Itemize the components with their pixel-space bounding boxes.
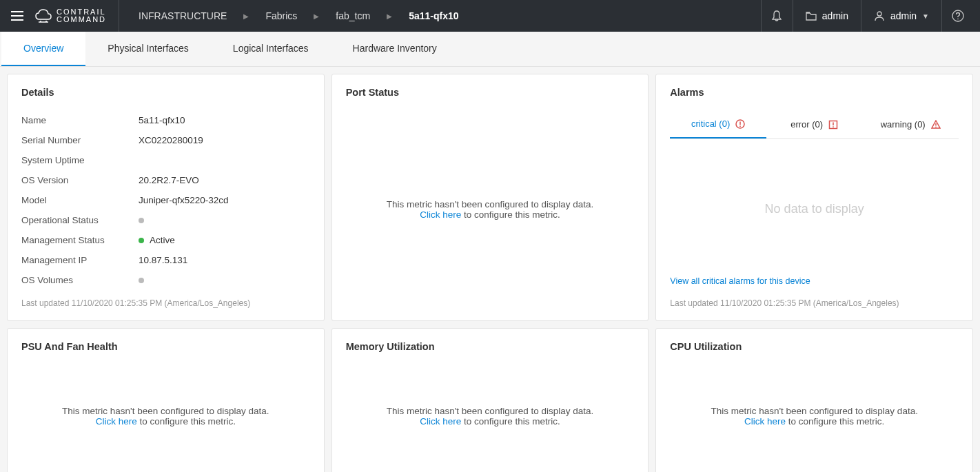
hamburger-icon: [11, 11, 23, 21]
detail-row: OS Volumes: [21, 270, 310, 290]
port-status-title: Port Status: [346, 87, 635, 98]
warning-icon: [931, 120, 941, 130]
detail-row: System Uptime: [21, 150, 310, 170]
bell-icon: [770, 10, 783, 22]
breadcrumb-current: 5a11-qfx10: [409, 10, 458, 21]
logo-text-bottom: COMMAND: [57, 16, 106, 23]
tab-hardware-inventory[interactable]: Hardware Inventory: [331, 32, 459, 66]
details-last-updated: Last updated 11/10/2020 01:25:35 PM (Ame…: [21, 290, 310, 308]
detail-row: Operational Status: [21, 210, 310, 230]
metric-msg: This metric hasn't been configured to di…: [711, 406, 918, 416]
status-dot: [139, 278, 144, 283]
alarms-body: No data to display: [670, 146, 959, 272]
psu-empty: This metric hasn't been configured to di…: [21, 365, 310, 468]
metric-msg: This metric hasn't been configured to di…: [387, 199, 594, 209]
detail-row: Serial NumberXC0220280019: [21, 130, 310, 150]
view-all-alarms-link[interactable]: View all critical alarms for this device: [670, 272, 959, 290]
detail-row: ModelJuniper-qfx5220-32cd: [21, 190, 310, 210]
critical-icon: [735, 119, 745, 129]
psu-title: PSU And Fan Health: [21, 341, 310, 352]
svg-point-10: [935, 126, 937, 127]
cpu-card: CPU Utilization This metric hasn't been …: [655, 328, 973, 472]
alarm-tabs: critical (0) error (0) warning (0): [670, 110, 959, 139]
breadcrumb-fab[interactable]: fab_tcm: [336, 10, 370, 21]
alarm-tab-warning[interactable]: warning (0): [862, 110, 959, 138]
user-icon: [874, 10, 885, 21]
psu-card: PSU And Fan Health This metric hasn't be…: [7, 328, 325, 472]
metric-msg: This metric hasn't been configured to di…: [387, 406, 594, 416]
user-name: admin: [890, 10, 917, 21]
port-status-empty: This metric hasn't been configured to di…: [346, 110, 635, 308]
tenant-selector[interactable]: admin: [793, 0, 861, 32]
breadcrumb-infrastructure[interactable]: INFRASTRUCTURE: [139, 10, 227, 21]
detail-row: Management IP10.87.5.131: [21, 250, 310, 270]
status-dot: [139, 218, 144, 223]
metric-msg: This metric hasn't been configured to di…: [62, 406, 269, 416]
alarm-tab-critical[interactable]: critical (0): [670, 110, 766, 138]
memory-card: Memory Utilization This metric hasn't be…: [331, 328, 649, 472]
svg-point-2: [957, 19, 959, 20]
alarms-last-updated: Last updated 11/10/2020 01:25:35 PM (Ame…: [670, 290, 959, 308]
user-menu[interactable]: admin ▼: [861, 0, 941, 32]
tab-physical-interfaces[interactable]: Physical Interfaces: [85, 32, 211, 66]
details-title: Details: [21, 87, 310, 98]
breadcrumb: INFRASTRUCTURE ▶ Fabrics ▶ fab_tcm ▶ 5a1…: [119, 10, 458, 21]
tenant-name: admin: [822, 10, 848, 21]
chevron-down-icon: ▼: [922, 12, 929, 20]
configure-link[interactable]: Click here: [420, 416, 461, 427]
cpu-empty: This metric hasn't been configured to di…: [670, 365, 959, 468]
help-button[interactable]: [941, 0, 973, 32]
chevron-right-icon: ▶: [314, 12, 319, 20]
header-right: admin admin ▼: [761, 0, 973, 32]
port-status-card: Port Status This metric hasn't been conf…: [331, 74, 649, 321]
configure-link[interactable]: Click here: [420, 209, 461, 220]
status-dot: [139, 238, 144, 243]
detail-row: Management StatusActive: [21, 230, 310, 250]
overview-grid: Details Name5a11-qfx10 Serial NumberXC02…: [0, 67, 980, 472]
device-tabs: Overview Physical Interfaces Logical Int…: [0, 32, 980, 67]
svg-point-5: [739, 125, 741, 127]
folder-icon: [806, 10, 817, 21]
error-icon: [828, 120, 838, 130]
cloud-icon: [34, 8, 52, 23]
top-header: CONTRAIL COMMAND INFRASTRUCTURE ▶ Fabric…: [0, 0, 980, 32]
details-card: Details Name5a11-qfx10 Serial NumberXC02…: [7, 74, 325, 321]
detail-row: Name5a11-qfx10: [21, 110, 310, 130]
alarms-card: Alarms critical (0) error (0) warning (0…: [655, 74, 973, 321]
configure-link[interactable]: Click here: [96, 416, 137, 427]
details-body: Name5a11-qfx10 Serial NumberXC0220280019…: [21, 110, 310, 290]
svg-point-8: [833, 126, 834, 127]
product-logo[interactable]: CONTRAIL COMMAND: [28, 0, 119, 32]
help-icon: [952, 10, 964, 22]
alarms-title: Alarms: [670, 87, 959, 98]
memory-title: Memory Utilization: [346, 341, 635, 352]
memory-empty: This metric hasn't been configured to di…: [346, 365, 635, 468]
notifications-button[interactable]: [761, 0, 793, 32]
tab-logical-interfaces[interactable]: Logical Interfaces: [211, 32, 331, 66]
configure-link[interactable]: Click here: [744, 416, 786, 427]
chevron-right-icon: ▶: [387, 12, 392, 20]
menu-toggle[interactable]: [7, 0, 28, 32]
chevron-right-icon: ▶: [243, 12, 249, 20]
breadcrumb-fabrics[interactable]: Fabrics: [265, 10, 297, 21]
tab-overview[interactable]: Overview: [1, 32, 85, 66]
detail-row: OS Version20.2R2.7-EVO: [21, 170, 310, 190]
cpu-title: CPU Utilization: [670, 341, 959, 352]
alarm-tab-error[interactable]: error (0): [766, 110, 863, 138]
svg-point-0: [877, 12, 881, 16]
